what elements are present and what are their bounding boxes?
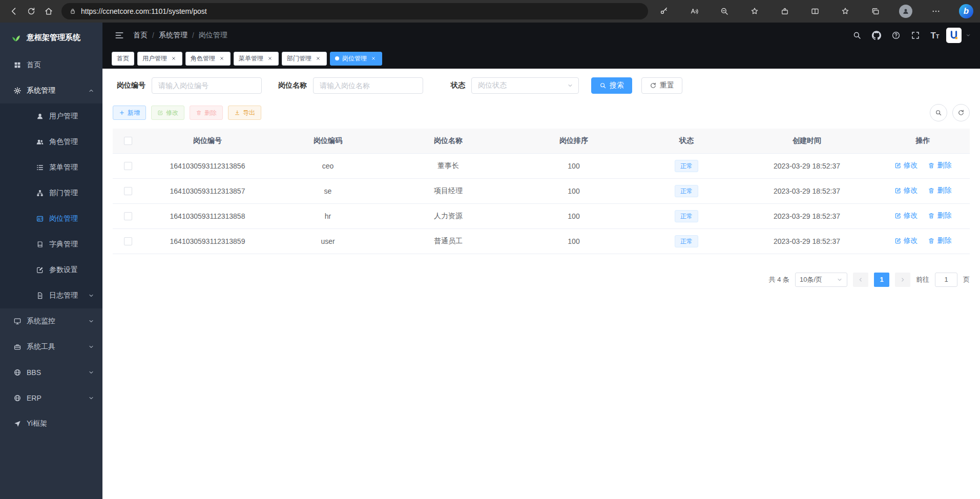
tab-close-icon[interactable] (218, 55, 225, 62)
collections-icon[interactable] (867, 3, 884, 20)
tab-close-icon[interactable] (170, 55, 177, 62)
row-edit-link[interactable]: 修改 (894, 236, 918, 245)
search-icon (599, 82, 607, 89)
row-checkbox[interactable] (124, 162, 132, 170)
bing-icon: b (959, 4, 973, 18)
zoom-out-icon[interactable] (716, 3, 733, 20)
tab-role-management[interactable]: 角色管理 (185, 52, 231, 66)
search-button[interactable]: 搜索 (591, 77, 632, 94)
row-delete-link[interactable]: 删除 (928, 236, 951, 245)
copilot-bing-button[interactable]: b (957, 3, 975, 20)
sidebar-item-role-management[interactable]: 角色管理 (0, 129, 102, 155)
tab-close-icon[interactable] (370, 55, 377, 62)
edit-button[interactable]: 修改 (151, 106, 184, 120)
total-count: 共 4 条 (769, 275, 789, 284)
next-page-button[interactable] (895, 273, 910, 287)
github-icon[interactable] (868, 27, 885, 44)
download-icon (234, 110, 240, 116)
sidebar-item-user-management[interactable]: 用户管理 (0, 103, 102, 129)
sidebar-item-dictionary-management[interactable]: 字典管理 (0, 232, 102, 257)
sidebar-item-system-tools[interactable]: 系统工具 (0, 334, 102, 360)
split-screen-icon[interactable] (806, 3, 824, 20)
sidebar-item-menu-management[interactable]: 菜单管理 (0, 155, 102, 180)
header-actions: TT (849, 27, 971, 44)
toggle-search-button[interactable] (930, 104, 947, 121)
browser-home-button[interactable] (40, 3, 57, 20)
password-key-icon[interactable] (655, 3, 673, 20)
sidebar-item-system-monitoring[interactable]: 系统监控 (0, 308, 102, 334)
tab-close-icon[interactable] (315, 55, 322, 62)
status-select[interactable]: 岗位状态 (471, 77, 579, 94)
filter-form: 岗位编号 岗位名称 状态 岗位状态 搜索 (113, 77, 970, 94)
app-title: 意框架管理系统 (27, 33, 80, 43)
prev-page-button[interactable] (853, 273, 868, 287)
avatar-caret-icon[interactable] (966, 33, 971, 38)
row-edit-link[interactable]: 修改 (894, 186, 918, 195)
page-number-1[interactable]: 1 (874, 273, 889, 287)
fullscreen-icon[interactable] (907, 27, 924, 44)
header-search-icon[interactable] (849, 27, 865, 44)
user-avatar[interactable] (946, 28, 962, 43)
app-logo[interactable]: 意框架管理系统 (0, 23, 102, 52)
extensions-icon[interactable] (776, 3, 794, 20)
tab-close-icon[interactable] (266, 55, 274, 62)
browser-menu-icon[interactable] (927, 3, 945, 20)
row-delete-link[interactable]: 删除 (928, 186, 951, 195)
tab-department-management[interactable]: 部门管理 (282, 52, 327, 66)
browser-profile-avatar[interactable] (897, 3, 914, 20)
address-bar[interactable]: https://ccnetcore.com:1101/system/post (61, 3, 648, 19)
table-row: 1641030593112313856 ceo 董事长 100 正常 2023-… (113, 153, 970, 178)
breadcrumb-home[interactable]: 首页 (133, 31, 148, 40)
sidebar-item-erp[interactable]: ERP (0, 385, 102, 411)
select-all-checkbox[interactable] (124, 137, 132, 145)
sidebar-item-yi-framework[interactable]: Yi框架 (0, 411, 102, 436)
tab-post-management[interactable]: 岗位管理 (330, 52, 382, 66)
breadcrumb-system-management[interactable]: 系统管理 (159, 31, 187, 40)
tab-menu-management[interactable]: 菜单管理 (234, 52, 279, 66)
sidebar-item-home[interactable]: 首页 (0, 52, 102, 78)
browser-back-button[interactable] (5, 3, 23, 20)
tab-user-management[interactable]: 用户管理 (137, 52, 182, 66)
col-actions: 操作 (876, 129, 970, 153)
table-utility-buttons (930, 104, 970, 121)
post-name-cell: 普通员工 (384, 228, 512, 254)
row-checkbox[interactable] (124, 187, 132, 195)
add-button[interactable]: 新增 (113, 106, 146, 120)
post-code-input[interactable] (152, 77, 262, 94)
read-aloud-icon[interactable] (685, 3, 703, 20)
favorites-bar-icon[interactable] (837, 3, 854, 20)
font-size-icon[interactable]: TT (927, 27, 943, 44)
refresh-table-button[interactable] (952, 104, 970, 121)
export-button[interactable]: 导出 (228, 106, 261, 120)
col-status: 状态 (635, 129, 738, 153)
sidebar-item-bbs[interactable]: BBS (0, 360, 102, 385)
row-edit-link[interactable]: 修改 (894, 211, 918, 220)
post-sort-cell: 100 (512, 203, 635, 228)
help-icon[interactable] (888, 27, 904, 44)
menu-label: 参数设置 (49, 265, 78, 275)
toolbox-icon (13, 343, 22, 351)
sidebar-item-log-management[interactable]: 日志管理 (0, 283, 102, 308)
sidebar-item-parameter-settings[interactable]: 参数设置 (0, 257, 102, 283)
sidebar-collapse-icon[interactable] (112, 28, 127, 43)
sidebar-item-post-management[interactable]: 岗位管理 (0, 206, 102, 232)
row-checkbox[interactable] (124, 237, 132, 245)
page-size-select[interactable]: 10条/页 (795, 273, 847, 287)
row-edit-link[interactable]: 修改 (894, 161, 918, 170)
tab-home[interactable]: 首页 (112, 52, 134, 66)
delete-button[interactable]: 删除 (190, 106, 223, 120)
chevron-down-icon (88, 293, 94, 299)
row-delete-link[interactable]: 删除 (928, 161, 951, 170)
post-name-input[interactable] (313, 77, 423, 94)
browser-refresh-button[interactable] (23, 3, 40, 20)
tags-view-bar: 首页 用户管理 角色管理 菜单管理 部门管理 岗位管理 (102, 48, 980, 69)
goto-page-input[interactable] (935, 273, 957, 287)
sidebar-item-department-management[interactable]: 部门管理 (0, 180, 102, 206)
sidebar-item-system-management[interactable]: 系统管理 (0, 78, 102, 103)
add-favorite-icon[interactable] (746, 3, 763, 20)
row-delete-link[interactable]: 删除 (928, 211, 951, 220)
reset-button[interactable]: 重置 (641, 77, 682, 94)
row-checkbox[interactable] (124, 212, 132, 220)
menu-label: 日志管理 (49, 291, 78, 300)
menu-label: 菜单管理 (49, 163, 78, 172)
